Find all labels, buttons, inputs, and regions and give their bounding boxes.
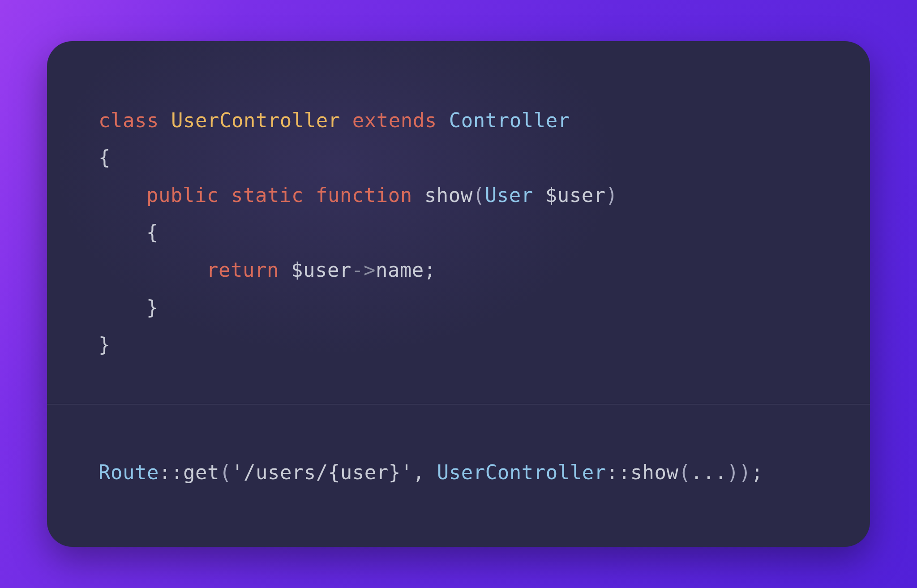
param-type: User [485,184,533,206]
semicolon: ; [424,258,436,281]
code-line-4: { [99,214,818,251]
code-card: class UserController extends Controller … [47,41,870,547]
function-name: show [424,184,473,206]
scope-operator: :: [606,461,630,484]
param-variable: $user [545,184,606,206]
keyword-class: class [99,109,159,132]
keyword-function: function [316,184,412,206]
close-paren: ) [727,461,739,484]
open-paren: ( [473,184,485,206]
arrow-operator: -> [351,258,376,281]
semicolon: ; [751,461,763,484]
keyword-public: public [146,184,219,206]
close-paren: ) [739,461,751,484]
close-brace: } [99,333,111,356]
open-paren: ( [219,461,231,484]
close-paren: ) [606,184,618,206]
open-brace: { [99,146,111,169]
code-line-7: } [99,326,818,364]
parent-class: Controller [449,109,570,132]
class-name: UserController [171,109,340,132]
code-block-bottom: Route::get('/users/{user}', UserControll… [47,404,870,547]
keyword-extends: extends [352,109,437,132]
keyword-static: static [231,184,304,206]
comma: , [413,461,437,484]
variable: $user [291,258,351,281]
code-line-5: return $user->name; [99,251,818,289]
keyword-return: return [206,258,279,281]
code-line-3: public static function show(User $user) [99,176,818,214]
open-paren: ( [679,461,691,484]
code-line-bottom-1: Route::get('/users/{user}', UserControll… [99,454,818,491]
method-show: show [630,461,679,484]
close-brace: } [146,296,159,319]
scope-operator: :: [159,461,183,484]
route-class: Route [99,461,159,484]
method-get: get [183,461,219,484]
open-brace: { [146,221,159,244]
code-line-1: class UserController extends Controller [99,102,818,139]
spread-dots: ... [691,461,727,484]
code-line-6: } [99,289,818,326]
route-path-string: '/users/{user}' [231,461,413,484]
code-line-2: { [99,139,818,176]
controller-class: UserController [437,461,606,484]
code-block-top: class UserController extends Controller … [47,41,870,404]
property: name [376,258,424,281]
